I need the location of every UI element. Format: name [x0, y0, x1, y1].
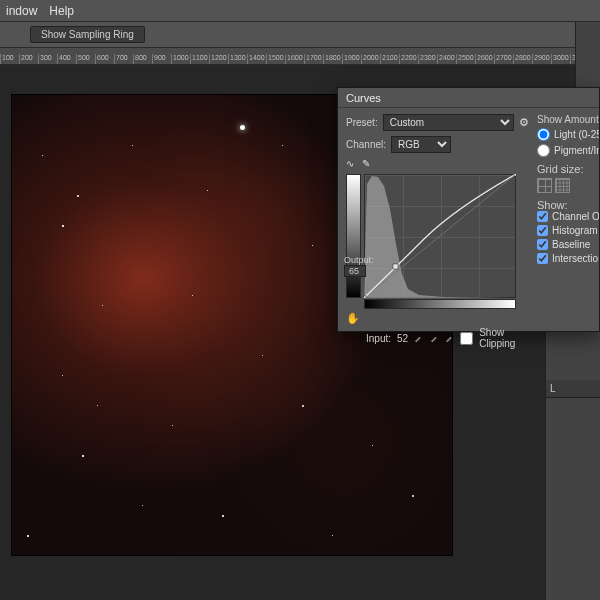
channel-overlay-checkbox[interactable] — [537, 211, 548, 222]
ruler-mark: 200 — [19, 54, 38, 64]
light-radio[interactable] — [537, 128, 550, 141]
baseline-label: Baseline — [552, 239, 590, 250]
eyedropper-black-icon[interactable] — [414, 332, 423, 344]
show-label: Show: — [537, 199, 595, 211]
show-clipping-checkbox[interactable] — [460, 332, 473, 345]
layers-header[interactable]: L — [546, 380, 600, 398]
baseline-checkbox[interactable] — [537, 239, 548, 250]
gear-icon[interactable]: ⚙ — [519, 116, 529, 129]
channel-label: Channel: — [346, 139, 386, 150]
ruler-mark: 700 — [114, 54, 133, 64]
curve-svg[interactable] — [364, 174, 516, 298]
show-sampling-ring-button[interactable]: Show Sampling Ring — [30, 26, 145, 43]
input-label: Input: — [366, 333, 391, 344]
histogram-label: Histogram — [552, 225, 598, 236]
ruler-mark: 2200 — [399, 54, 418, 64]
curve-editor[interactable] — [346, 174, 516, 309]
ruler-mark: 400 — [57, 54, 76, 64]
eyedropper-white-icon[interactable] — [445, 332, 454, 344]
ruler-mark: 2100 — [380, 54, 399, 64]
intersection-checkbox[interactable] — [537, 253, 548, 264]
menu-window[interactable]: indow — [6, 4, 37, 18]
ruler-mark: 1700 — [304, 54, 323, 64]
output-value[interactable]: 65 — [344, 265, 366, 277]
ruler-mark: 300 — [38, 54, 57, 64]
show-amount-label: Show Amount o — [537, 114, 595, 125]
preset-label: Preset: — [346, 117, 378, 128]
curve-tool-icon[interactable]: ∿ — [346, 158, 354, 169]
pencil-tool-icon[interactable]: ✎ — [362, 158, 370, 169]
ruler-horizontal: 1002003004005006007008009001000110012001… — [0, 48, 600, 65]
curve-point-start[interactable] — [364, 296, 366, 298]
channel-overlay-label: Channel Overl — [552, 211, 599, 222]
grid-large-icon[interactable] — [537, 178, 552, 193]
ruler-mark: 600 — [95, 54, 114, 64]
ruler-mark: 2800 — [513, 54, 532, 64]
options-bar: Show Sampling Ring — [0, 22, 600, 48]
output-label: Output: — [344, 255, 374, 265]
ruler-mark: 2500 — [456, 54, 475, 64]
ruler-mark: 500 — [76, 54, 95, 64]
eyedropper-gray-icon[interactable] — [430, 332, 439, 344]
ruler-mark: 1500 — [266, 54, 285, 64]
ruler-mark: 2900 — [532, 54, 551, 64]
ruler-mark: 2400 — [437, 54, 456, 64]
ruler-mark: 1600 — [285, 54, 304, 64]
ruler-mark: 2000 — [361, 54, 380, 64]
curves-dialog: Curves Preset: Custom ⚙ Channel: RGB ∿ ✎ — [337, 87, 600, 332]
ruler-mark: 1100 — [190, 54, 209, 64]
input-gradient — [364, 299, 516, 309]
curve-point-end[interactable] — [514, 174, 516, 176]
intersection-label: Intersection L — [552, 253, 599, 264]
ruler-mark: 1300 — [228, 54, 247, 64]
ruler-mark: 800 — [133, 54, 152, 64]
input-value[interactable]: 52 — [397, 333, 408, 344]
light-label: Light (0-255) — [554, 129, 599, 140]
menu-help[interactable]: Help — [49, 4, 74, 18]
channel-select[interactable]: RGB — [391, 136, 451, 153]
ruler-mark: 2300 — [418, 54, 437, 64]
output-gradient — [346, 174, 361, 298]
gridsize-label: Grid size: — [537, 163, 595, 175]
histogram-checkbox[interactable] — [537, 225, 548, 236]
pigment-radio[interactable] — [537, 144, 550, 157]
grid-small-icon[interactable] — [555, 178, 570, 193]
preset-select[interactable]: Custom — [383, 114, 514, 131]
ruler-mark: 900 — [152, 54, 171, 64]
ruler-mark: 1800 — [323, 54, 342, 64]
ruler-mark: 3000 — [551, 54, 570, 64]
ruler-mark: 100 — [0, 54, 19, 64]
hand-icon[interactable]: ✋ — [346, 312, 360, 325]
show-clipping-label: Show Clipping — [479, 327, 529, 349]
ruler-mark: 1900 — [342, 54, 361, 64]
ruler-mark: 1000 — [171, 54, 190, 64]
ruler-mark: 2700 — [494, 54, 513, 64]
right-lower-panels: L — [545, 320, 600, 600]
pigment-label: Pigment/Ink % — [554, 145, 599, 156]
ruler-mark: 1400 — [247, 54, 266, 64]
curve-point-active[interactable] — [393, 264, 398, 269]
ruler-mark: 1200 — [209, 54, 228, 64]
menubar: indow Help — [0, 0, 600, 22]
dialog-title[interactable]: Curves — [338, 88, 599, 108]
ruler-mark: 2600 — [475, 54, 494, 64]
